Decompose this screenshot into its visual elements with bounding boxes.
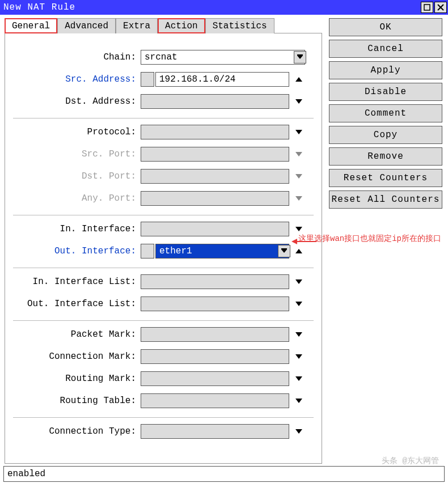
packet-mark-field[interactable] [141,327,289,342]
close-button[interactable] [434,2,447,13]
svg-marker-8 [295,152,302,156]
minimize-button[interactable] [421,2,433,13]
dst-address-field[interactable] [141,94,289,109]
svg-marker-21 [295,429,302,434]
out-interface-field[interactable]: ether1 [155,244,289,259]
svg-marker-10 [295,196,302,201]
svg-marker-7 [295,130,302,134]
chain-dropdown-button[interactable] [294,51,306,63]
connection-type-field[interactable] [141,424,289,439]
out-interface-list-field[interactable] [141,296,289,311]
protocol-field[interactable] [141,125,289,139]
tab-extra[interactable]: Extra [116,18,158,33]
svg-rect-13 [281,248,287,249]
apply-button[interactable]: Apply [329,61,442,79]
svg-marker-19 [295,376,302,381]
svg-marker-9 [295,174,302,179]
connection-mark-expand-icon[interactable] [293,350,305,363]
window-titlebar: New NAT Rule [0,0,448,15]
svg-marker-12 [281,249,287,253]
reset-counters-button[interactable]: Reset Counters [329,169,442,187]
in-interface-label: In. Interface: [13,224,141,234]
svg-marker-17 [295,332,302,337]
out-interface-list-label: Out. Interface List: [13,299,141,309]
disable-button[interactable]: Disable [329,83,442,101]
src-port-field [141,147,289,162]
out-interface-not-checkbox[interactable] [141,244,154,259]
routing-mark-label: Routing Mark: [13,374,141,384]
comment-button[interactable]: Comment [329,104,442,122]
in-interface-list-field[interactable] [141,274,289,289]
routing-mark-expand-icon[interactable] [293,372,305,385]
svg-rect-0 [424,5,430,10]
svg-marker-11 [295,227,302,231]
side-button-panel: OK Cancel Apply Disable Comment Copy Rem… [329,18,442,212]
src-address-field[interactable]: 192.168.1.0/24 [155,72,289,87]
connection-type-label: Connection Type: [13,426,141,437]
remove-button[interactable]: Remove [329,147,442,166]
annotation-text: 这里选择wan接口也就固定ip所在的接口 [298,234,448,244]
svg-marker-16 [295,302,302,306]
tab-advanced[interactable]: Advanced [57,18,116,33]
reset-all-counters-button[interactable]: Reset All Counters [329,190,442,209]
chain-field[interactable]: srcnat [141,50,305,65]
connection-mark-label: Connection Mark: [13,351,141,362]
routing-table-field[interactable] [141,393,289,408]
chain-label: Chain: [13,52,141,62]
status-text: enabled [7,469,45,479]
svg-marker-6 [295,99,302,104]
svg-marker-23 [291,239,297,244]
in-interface-list-label: In. Interface List: [13,277,141,287]
routing-mark-field[interactable] [141,371,289,386]
tab-panel-general: Chain: srcnat Src. Address: 192.168.1.0/… [5,33,322,464]
dst-port-field [141,169,289,184]
connection-mark-field[interactable] [141,349,289,364]
src-port-expand-icon [293,148,305,160]
out-interface-collapse-icon[interactable] [293,245,305,257]
src-address-collapse-icon[interactable] [293,73,305,86]
tab-action[interactable]: Action [158,18,205,33]
any-port-expand-icon [293,192,305,205]
src-port-label: Src. Port: [13,149,141,159]
any-port-label: Any. Port: [13,193,141,204]
watermark-text: 头条 @东大网管 [382,456,439,466]
src-address-label: Src. Address: [13,74,141,84]
protocol-expand-icon[interactable] [293,126,305,138]
packet-mark-label: Packet Mark: [13,329,141,340]
dst-address-label: Dst. Address: [13,96,141,107]
out-interface-label: Out. Interface: [13,246,141,256]
svg-marker-20 [295,399,302,403]
svg-marker-18 [295,354,302,359]
svg-rect-4 [297,54,303,56]
routing-table-label: Routing Table: [13,396,141,406]
copy-button[interactable]: Copy [329,126,442,144]
packet-mark-expand-icon[interactable] [293,328,305,341]
status-bar: enabled [3,466,445,482]
protocol-label: Protocol: [13,127,141,137]
routing-table-expand-icon[interactable] [293,395,305,407]
in-interface-field[interactable] [141,222,289,236]
dst-port-expand-icon [293,170,305,183]
src-address-not-checkbox[interactable] [141,72,154,87]
out-interface-dropdown-button[interactable] [278,245,290,257]
dst-port-label: Dst. Port: [13,171,141,181]
out-interface-list-expand-icon[interactable] [293,298,305,310]
cancel-button[interactable]: Cancel [329,40,442,58]
tab-statistics[interactable]: Statistics [205,18,274,33]
tab-general[interactable]: General [5,18,57,33]
connection-type-expand-icon[interactable] [293,425,305,438]
svg-marker-3 [297,56,303,59]
window-title: New NAT Rule [3,2,420,12]
in-interface-list-expand-icon[interactable] [293,276,305,288]
any-port-field [141,191,289,206]
tab-bar: General Advanced Extra Action Statistics [5,18,443,33]
svg-marker-15 [295,279,302,284]
dst-address-expand-icon[interactable] [293,95,305,108]
svg-marker-14 [295,249,302,253]
svg-marker-5 [295,77,302,82]
